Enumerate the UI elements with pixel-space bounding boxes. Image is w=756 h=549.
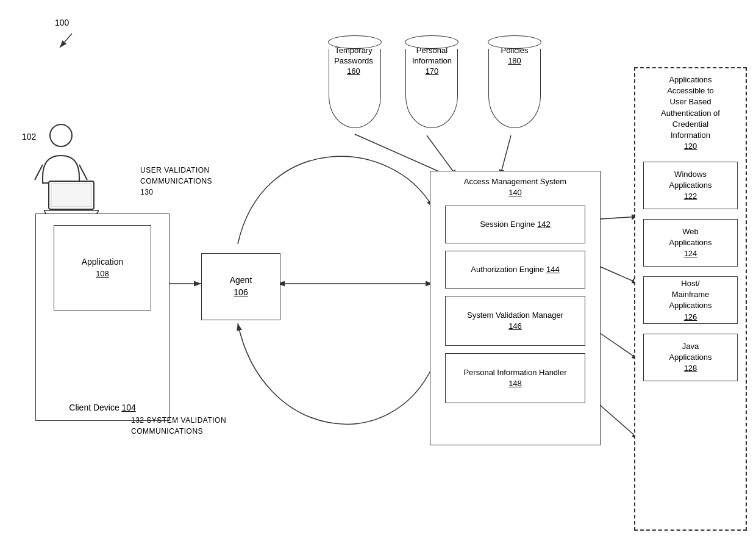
ams-box: Access Management System 140 Session Eng…: [430, 171, 601, 445]
windows-apps-box: Windows Applications 122: [643, 162, 738, 209]
svg-line-15: [35, 165, 43, 180]
host-apps-label: Host/ Mainframe Applications: [669, 278, 711, 312]
host-apps-box: Host/ Mainframe Applications 126: [643, 276, 738, 324]
sys-val-mgr-box: System Validation Manager 146: [445, 296, 585, 346]
personal-info-handler-box: Personal Information Handler 148: [445, 353, 585, 403]
ref-102-label: 102: [22, 131, 36, 142]
apps-label: Applications Accessible to User Based Au…: [661, 75, 720, 140]
session-engine-ref: 142: [537, 219, 551, 230]
apps-ref: 120: [684, 142, 697, 151]
auth-engine-ref: 144: [546, 264, 560, 275]
laptop-svg: [44, 180, 99, 217]
policies-label: Policies 180: [480, 46, 549, 66]
personal-info-db-label: Personal Information 170: [397, 46, 467, 77]
ref-100-label: 100: [55, 17, 69, 28]
sys-val-mgr-label: System Validation Manager: [467, 310, 563, 321]
svg-line-16: [79, 165, 87, 180]
java-apps-label: Java Applications: [669, 341, 711, 363]
windows-apps-ref: 122: [684, 191, 697, 202]
session-engine-box: Session Engine 142: [445, 206, 585, 243]
temp-passwords-label: Temporary Passwords 160: [320, 46, 387, 77]
agent-label: Agent: [230, 274, 252, 287]
personal-info-handler-ref: 148: [508, 378, 522, 389]
personal-info-handler-label: Personal Information Handler: [463, 367, 566, 378]
application-ref: 108: [96, 268, 109, 279]
web-apps-ref: 124: [684, 248, 697, 259]
session-engine-label: Session Engine: [480, 219, 535, 230]
svg-line-3: [60, 34, 72, 48]
windows-apps-label: Windows Applications: [669, 169, 711, 191]
apps-outer-box: Applications Accessible to User Based Au…: [634, 67, 747, 531]
ams-label: Access Management System: [464, 177, 566, 186]
client-device-ref: 104: [121, 403, 135, 412]
auth-engine-label: Authorization Engine: [471, 264, 544, 275]
application-box: Application 108: [54, 225, 151, 310]
java-apps-box: Java Applications 128: [643, 334, 738, 381]
web-apps-label: Web Applications: [669, 226, 711, 248]
client-device-label: Client Device: [69, 403, 119, 412]
diagram: 100 102 Application 108: [0, 0, 756, 549]
application-label: Application: [82, 256, 124, 268]
web-apps-box: Web Applications 124: [643, 219, 738, 267]
sys-val-mgr-ref: 146: [508, 321, 522, 332]
auth-engine-box: Authorization Engine 144: [445, 251, 585, 289]
java-apps-ref: 128: [684, 363, 697, 374]
user-validation-comm-label: USER VALIDATION COMMUNICATIONS 130: [140, 165, 212, 198]
agent-ref: 106: [234, 287, 248, 299]
sys-validation-comm-label: 132 SYSTEM VALIDATION COMMUNICATIONS: [131, 415, 226, 437]
svg-rect-18: [51, 184, 91, 207]
agent-box: Agent 106: [201, 253, 280, 320]
svg-point-14: [50, 124, 72, 146]
client-device-box: Application 108 Client Device 104: [35, 214, 169, 421]
host-apps-ref: 126: [684, 312, 697, 323]
ams-ref: 140: [508, 188, 522, 197]
